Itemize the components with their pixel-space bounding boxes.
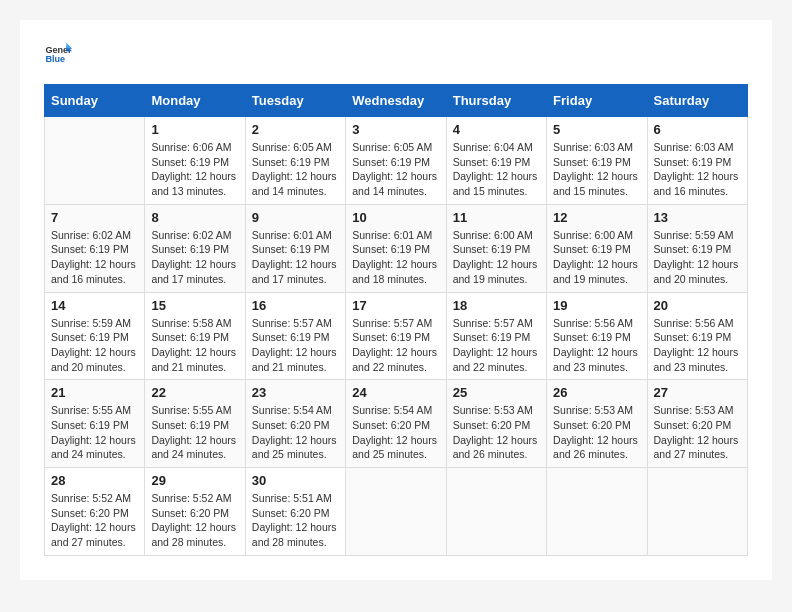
day-info: Sunrise: 6:00 AMSunset: 6:19 PMDaylight:… [453, 228, 540, 287]
day-number: 7 [51, 210, 138, 225]
day-info: Sunrise: 6:03 AMSunset: 6:19 PMDaylight:… [553, 140, 640, 199]
day-info: Sunrise: 6:02 AMSunset: 6:19 PMDaylight:… [51, 228, 138, 287]
calendar-cell [45, 117, 145, 205]
calendar-week-2: 7Sunrise: 6:02 AMSunset: 6:19 PMDaylight… [45, 204, 748, 292]
day-info: Sunrise: 6:03 AMSunset: 6:19 PMDaylight:… [654, 140, 741, 199]
day-number: 12 [553, 210, 640, 225]
logo-icon: General Blue [44, 40, 72, 68]
day-number: 26 [553, 385, 640, 400]
day-number: 10 [352, 210, 439, 225]
day-info: Sunrise: 6:05 AMSunset: 6:19 PMDaylight:… [252, 140, 339, 199]
day-number: 30 [252, 473, 339, 488]
calendar-cell: 11Sunrise: 6:00 AMSunset: 6:19 PMDayligh… [446, 204, 546, 292]
weekday-header-tuesday: Tuesday [245, 85, 345, 117]
svg-text:Blue: Blue [45, 54, 65, 64]
day-info: Sunrise: 5:57 AMSunset: 6:19 PMDaylight:… [453, 316, 540, 375]
calendar-cell: 26Sunrise: 5:53 AMSunset: 6:20 PMDayligh… [547, 380, 647, 468]
day-info: Sunrise: 5:53 AMSunset: 6:20 PMDaylight:… [453, 403, 540, 462]
weekday-header-monday: Monday [145, 85, 245, 117]
day-info: Sunrise: 6:01 AMSunset: 6:19 PMDaylight:… [352, 228, 439, 287]
day-number: 20 [654, 298, 741, 313]
day-info: Sunrise: 5:57 AMSunset: 6:19 PMDaylight:… [352, 316, 439, 375]
header: General Blue [44, 40, 748, 68]
calendar-cell: 30Sunrise: 5:51 AMSunset: 6:20 PMDayligh… [245, 468, 345, 556]
day-number: 4 [453, 122, 540, 137]
day-number: 18 [453, 298, 540, 313]
logo: General Blue [44, 40, 76, 68]
calendar-cell: 5Sunrise: 6:03 AMSunset: 6:19 PMDaylight… [547, 117, 647, 205]
day-info: Sunrise: 5:58 AMSunset: 6:19 PMDaylight:… [151, 316, 238, 375]
calendar-cell: 21Sunrise: 5:55 AMSunset: 6:19 PMDayligh… [45, 380, 145, 468]
day-info: Sunrise: 6:02 AMSunset: 6:19 PMDaylight:… [151, 228, 238, 287]
day-number: 8 [151, 210, 238, 225]
calendar-cell: 9Sunrise: 6:01 AMSunset: 6:19 PMDaylight… [245, 204, 345, 292]
calendar-cell: 4Sunrise: 6:04 AMSunset: 6:19 PMDaylight… [446, 117, 546, 205]
calendar-cell: 6Sunrise: 6:03 AMSunset: 6:19 PMDaylight… [647, 117, 747, 205]
day-info: Sunrise: 5:56 AMSunset: 6:19 PMDaylight:… [553, 316, 640, 375]
calendar-cell: 2Sunrise: 6:05 AMSunset: 6:19 PMDaylight… [245, 117, 345, 205]
day-info: Sunrise: 6:00 AMSunset: 6:19 PMDaylight:… [553, 228, 640, 287]
calendar-cell: 3Sunrise: 6:05 AMSunset: 6:19 PMDaylight… [346, 117, 446, 205]
day-info: Sunrise: 5:52 AMSunset: 6:20 PMDaylight:… [51, 491, 138, 550]
day-number: 9 [252, 210, 339, 225]
calendar-cell: 27Sunrise: 5:53 AMSunset: 6:20 PMDayligh… [647, 380, 747, 468]
calendar-week-3: 14Sunrise: 5:59 AMSunset: 6:19 PMDayligh… [45, 292, 748, 380]
calendar-week-5: 28Sunrise: 5:52 AMSunset: 6:20 PMDayligh… [45, 468, 748, 556]
day-number: 17 [352, 298, 439, 313]
calendar-table: SundayMondayTuesdayWednesdayThursdayFrid… [44, 84, 748, 556]
day-number: 3 [352, 122, 439, 137]
day-info: Sunrise: 5:55 AMSunset: 6:19 PMDaylight:… [51, 403, 138, 462]
weekday-header-wednesday: Wednesday [346, 85, 446, 117]
day-number: 6 [654, 122, 741, 137]
day-info: Sunrise: 5:54 AMSunset: 6:20 PMDaylight:… [252, 403, 339, 462]
day-info: Sunrise: 6:04 AMSunset: 6:19 PMDaylight:… [453, 140, 540, 199]
calendar-cell: 24Sunrise: 5:54 AMSunset: 6:20 PMDayligh… [346, 380, 446, 468]
day-number: 28 [51, 473, 138, 488]
calendar-cell [346, 468, 446, 556]
weekday-header-row: SundayMondayTuesdayWednesdayThursdayFrid… [45, 85, 748, 117]
day-number: 5 [553, 122, 640, 137]
calendar-cell: 18Sunrise: 5:57 AMSunset: 6:19 PMDayligh… [446, 292, 546, 380]
calendar-cell: 22Sunrise: 5:55 AMSunset: 6:19 PMDayligh… [145, 380, 245, 468]
day-info: Sunrise: 5:54 AMSunset: 6:20 PMDaylight:… [352, 403, 439, 462]
day-info: Sunrise: 5:59 AMSunset: 6:19 PMDaylight:… [51, 316, 138, 375]
day-number: 27 [654, 385, 741, 400]
day-number: 24 [352, 385, 439, 400]
calendar-cell: 10Sunrise: 6:01 AMSunset: 6:19 PMDayligh… [346, 204, 446, 292]
day-info: Sunrise: 5:52 AMSunset: 6:20 PMDaylight:… [151, 491, 238, 550]
weekday-header-saturday: Saturday [647, 85, 747, 117]
day-number: 29 [151, 473, 238, 488]
day-info: Sunrise: 5:57 AMSunset: 6:19 PMDaylight:… [252, 316, 339, 375]
weekday-header-friday: Friday [547, 85, 647, 117]
day-number: 11 [453, 210, 540, 225]
day-info: Sunrise: 5:55 AMSunset: 6:19 PMDaylight:… [151, 403, 238, 462]
calendar-week-4: 21Sunrise: 5:55 AMSunset: 6:19 PMDayligh… [45, 380, 748, 468]
day-number: 16 [252, 298, 339, 313]
calendar-cell: 19Sunrise: 5:56 AMSunset: 6:19 PMDayligh… [547, 292, 647, 380]
calendar-cell: 20Sunrise: 5:56 AMSunset: 6:19 PMDayligh… [647, 292, 747, 380]
day-number: 19 [553, 298, 640, 313]
day-number: 1 [151, 122, 238, 137]
calendar-cell [547, 468, 647, 556]
calendar-cell: 12Sunrise: 6:00 AMSunset: 6:19 PMDayligh… [547, 204, 647, 292]
day-number: 14 [51, 298, 138, 313]
calendar-cell: 13Sunrise: 5:59 AMSunset: 6:19 PMDayligh… [647, 204, 747, 292]
calendar-cell: 28Sunrise: 5:52 AMSunset: 6:20 PMDayligh… [45, 468, 145, 556]
main-container: General Blue SundayMondayTuesdayWednesda… [20, 20, 772, 580]
weekday-header-thursday: Thursday [446, 85, 546, 117]
calendar-cell: 16Sunrise: 5:57 AMSunset: 6:19 PMDayligh… [245, 292, 345, 380]
calendar-cell: 1Sunrise: 6:06 AMSunset: 6:19 PMDaylight… [145, 117, 245, 205]
day-number: 25 [453, 385, 540, 400]
calendar-cell: 17Sunrise: 5:57 AMSunset: 6:19 PMDayligh… [346, 292, 446, 380]
day-info: Sunrise: 5:51 AMSunset: 6:20 PMDaylight:… [252, 491, 339, 550]
calendar-cell: 25Sunrise: 5:53 AMSunset: 6:20 PMDayligh… [446, 380, 546, 468]
calendar-cell: 14Sunrise: 5:59 AMSunset: 6:19 PMDayligh… [45, 292, 145, 380]
calendar-cell: 7Sunrise: 6:02 AMSunset: 6:19 PMDaylight… [45, 204, 145, 292]
weekday-header-sunday: Sunday [45, 85, 145, 117]
day-info: Sunrise: 5:59 AMSunset: 6:19 PMDaylight:… [654, 228, 741, 287]
calendar-cell: 15Sunrise: 5:58 AMSunset: 6:19 PMDayligh… [145, 292, 245, 380]
day-number: 15 [151, 298, 238, 313]
day-number: 2 [252, 122, 339, 137]
day-info: Sunrise: 6:05 AMSunset: 6:19 PMDaylight:… [352, 140, 439, 199]
day-info: Sunrise: 6:01 AMSunset: 6:19 PMDaylight:… [252, 228, 339, 287]
